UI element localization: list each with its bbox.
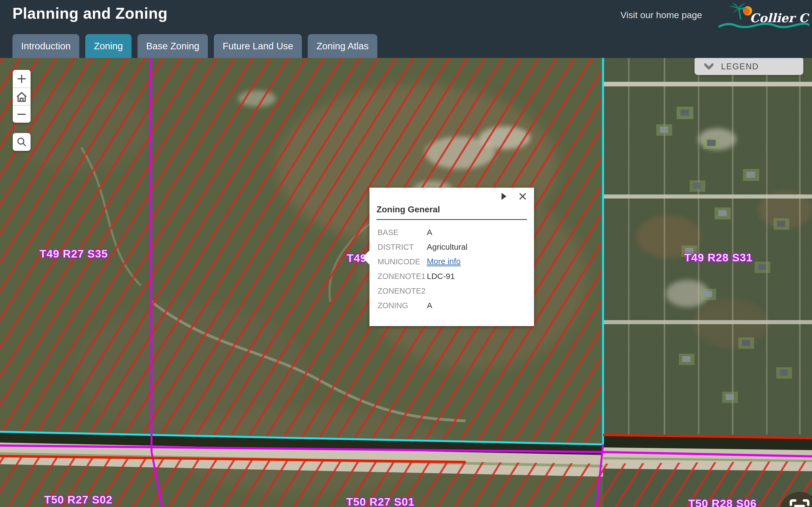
map-zoom-controls <box>13 70 30 123</box>
popup-row-base: BASE A <box>378 225 528 240</box>
page-title: Planning and Zoning <box>12 4 168 22</box>
plus-icon <box>16 74 27 84</box>
popup-title: Zoning General <box>376 205 440 215</box>
zoom-out-button[interactable] <box>13 105 30 123</box>
field-value: LDC-91 <box>427 272 455 281</box>
popup-row-zoning: ZONING A <box>378 298 528 313</box>
field-label: DISTRICT <box>378 243 427 251</box>
chevron-down-icon <box>704 63 713 70</box>
svg-text:Collier County: Collier County <box>750 11 809 25</box>
popup-next-button[interactable] <box>499 191 509 201</box>
field-label: BASE <box>378 228 427 237</box>
field-value: A <box>427 301 432 310</box>
close-icon <box>518 192 527 201</box>
planning-zoning-app: T49 R27 S35 T49 T49 R28 S31 T50 R27 S02 … <box>0 0 812 507</box>
map-viewport[interactable]: T49 R27 S35 T49 T49 R28 S31 T50 R27 S02 … <box>0 58 812 507</box>
tab-zoning-atlas[interactable]: Zoning Atlas <box>308 34 377 58</box>
app-header: Planning and Zoning Visit our home page … <box>0 0 812 58</box>
more-info-link[interactable]: More info <box>427 257 461 267</box>
tab-future-land-use[interactable]: Future Land Use <box>214 34 302 58</box>
section-label-t49-r27-s35: T49 R27 S35 <box>40 247 108 260</box>
field-label: MUNICODE <box>378 257 427 266</box>
search-button[interactable] <box>13 133 30 151</box>
legend-toggle[interactable]: LEGEND <box>694 58 803 75</box>
popup-row-municode: MUNICODE More info <box>378 254 528 269</box>
tab-zoning[interactable]: Zoning <box>85 34 132 58</box>
home-page-link[interactable]: Visit our home page <box>620 10 702 20</box>
attribution-brackets-icon <box>787 497 812 507</box>
section-label-t50-r27-s02: T50 R27 S02 <box>44 494 113 506</box>
field-label: ZONING <box>378 301 427 310</box>
section-label-t49-r28-s31: T49 R28 S31 <box>684 251 753 264</box>
tab-introduction[interactable]: Introduction <box>12 34 79 58</box>
legend-label: LEGEND <box>721 62 759 71</box>
zoom-in-button[interactable] <box>13 70 30 88</box>
section-label-t50-r28-s06: T50 R28 S06 <box>688 497 757 507</box>
tab-bar: Introduction Zoning Base Zoning Future L… <box>12 34 377 58</box>
field-value: Agricultural <box>427 242 467 251</box>
field-value: A <box>427 228 432 237</box>
popup-divider <box>376 219 527 220</box>
arrow-right-icon <box>500 192 507 201</box>
popup-row-zonenote1: ZONENOTE1 LDC-91 <box>378 269 528 284</box>
home-icon <box>16 91 27 102</box>
popup-attribute-table: BASE A DISTRICT Agricultural MUNICODE Mo… <box>378 225 528 313</box>
minus-icon <box>16 109 27 119</box>
field-label: ZONENOTE2 <box>378 287 427 295</box>
tab-base-zoning[interactable]: Base Zoning <box>137 34 208 58</box>
zoning-popup: Zoning General BASE A DISTRICT Agricultu… <box>369 188 534 326</box>
search-icon <box>16 136 27 147</box>
home-button[interactable] <box>13 88 30 105</box>
popup-row-district: DISTRICT Agricultural <box>378 240 528 254</box>
popup-row-zonenote2: ZONENOTE2 <box>378 284 528 298</box>
popup-close-button[interactable] <box>518 191 527 201</box>
popup-pointer <box>362 250 369 265</box>
field-label: ZONENOTE1 <box>378 272 427 281</box>
collier-county-logo: Collier County <box>714 3 809 30</box>
section-label-t50-r27-s01: T50 R27 S01 <box>346 496 415 507</box>
